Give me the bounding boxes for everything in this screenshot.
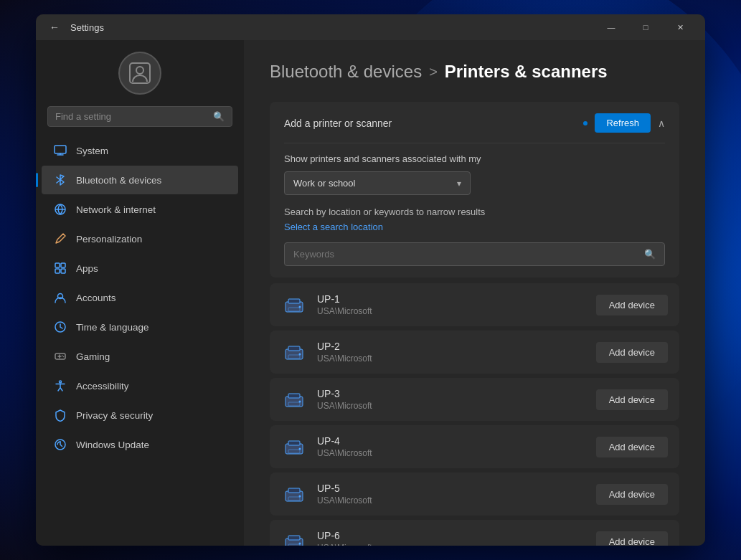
nav-icon-accessibility bbox=[53, 379, 67, 393]
printer-name: UP-3 bbox=[317, 388, 596, 399]
nav-icon-time bbox=[53, 320, 67, 334]
close-button[interactable]: ✕ bbox=[664, 14, 697, 40]
nav-label-privacy: Privacy & security bbox=[76, 410, 153, 421]
add-printer-title: Add a printer or scanner bbox=[284, 118, 392, 129]
refresh-button[interactable]: Refresh bbox=[595, 113, 651, 133]
sidebar-item-bluetooth[interactable]: Bluetooth & devices bbox=[42, 166, 238, 194]
nav-icon-personalization bbox=[53, 232, 67, 246]
nav-label-system: System bbox=[76, 146, 108, 156]
nav-label-apps: Apps bbox=[76, 263, 98, 274]
printer-item: UP-4 USA\Microsoft Add device bbox=[270, 425, 679, 468]
printer-item: UP-1 USA\Microsoft Add device bbox=[270, 283, 679, 326]
sidebar-item-apps[interactable]: Apps bbox=[42, 254, 238, 283]
printer-info: UP-3 USA\Microsoft bbox=[317, 388, 596, 411]
add-device-button[interactable]: Add device bbox=[596, 389, 668, 410]
printer-item: UP-6 USA\Microsoft Add device bbox=[270, 520, 679, 546]
content-area: 🔍 System Bluetooth & devices Network & i… bbox=[36, 40, 705, 546]
sidebar-item-windows-update[interactable]: Windows Update bbox=[42, 430, 238, 459]
add-device-button[interactable]: Add device bbox=[596, 295, 668, 315]
svg-rect-32 bbox=[288, 488, 300, 493]
select-search-location-link[interactable]: Select a search location bbox=[284, 222, 665, 232]
sidebar-item-accessibility[interactable]: Accessibility bbox=[42, 371, 238, 400]
nav-icon-gaming bbox=[53, 349, 67, 364]
nav-label-gaming: Gaming bbox=[76, 351, 110, 362]
printer-icon bbox=[281, 528, 307, 546]
sidebar: 🔍 System Bluetooth & devices Network & i… bbox=[36, 40, 244, 546]
keyword-box[interactable]: 🔍 bbox=[284, 242, 665, 266]
keyword-input[interactable] bbox=[293, 249, 644, 260]
add-device-button[interactable]: Add device bbox=[596, 342, 668, 363]
sidebar-item-system[interactable]: System bbox=[42, 136, 238, 165]
minimize-button[interactable]: — bbox=[595, 14, 628, 40]
printer-name: UP-2 bbox=[317, 341, 596, 352]
work-school-dropdown[interactable]: Work or school ▾ bbox=[284, 171, 471, 195]
svg-rect-2 bbox=[55, 146, 66, 153]
svg-rect-37 bbox=[288, 544, 300, 546]
nav-icon-accounts bbox=[53, 290, 67, 305]
sidebar-item-time[interactable]: Time & language bbox=[42, 313, 238, 341]
titlebar: ← Settings — □ ✕ bbox=[36, 14, 705, 40]
back-button[interactable]: ← bbox=[44, 17, 65, 37]
nav-icon-system bbox=[53, 143, 67, 158]
nav-icon-windows-update bbox=[53, 437, 67, 452]
nav-icon-privacy bbox=[53, 408, 67, 422]
printer-icon bbox=[281, 481, 307, 507]
breadcrumb-parent[interactable]: Bluetooth & devices bbox=[270, 62, 422, 82]
svg-point-34 bbox=[299, 495, 301, 498]
nav-icon-network bbox=[53, 202, 67, 217]
breadcrumb: Bluetooth & devices > Printers & scanner… bbox=[270, 62, 679, 82]
add-device-button[interactable]: Add device bbox=[596, 437, 668, 457]
printer-name: UP-6 bbox=[317, 530, 596, 541]
printer-sub: USA\Microsoft bbox=[317, 543, 596, 546]
printer-info: UP-4 USA\Microsoft bbox=[317, 435, 596, 458]
svg-rect-28 bbox=[288, 441, 300, 445]
printer-sub: USA\Microsoft bbox=[317, 306, 596, 316]
card-header-right: Refresh ∧ bbox=[583, 113, 665, 133]
nav-label-accessibility: Accessibility bbox=[76, 381, 129, 391]
printer-item: UP-3 USA\Microsoft Add device bbox=[270, 378, 679, 421]
svg-rect-7 bbox=[61, 269, 65, 273]
sidebar-item-gaming[interactable]: Gaming bbox=[42, 342, 238, 371]
sidebar-item-accounts[interactable]: Accounts bbox=[42, 283, 238, 312]
nav-icon-bluetooth bbox=[53, 173, 67, 187]
svg-point-11 bbox=[62, 355, 63, 356]
sidebar-item-privacy[interactable]: Privacy & security bbox=[42, 401, 238, 430]
search-box[interactable]: 🔍 bbox=[47, 106, 232, 127]
add-device-button[interactable]: Add device bbox=[596, 531, 668, 546]
main-content: Bluetooth & devices > Printers & scanner… bbox=[244, 40, 705, 546]
printer-item: UP-2 USA\Microsoft Add device bbox=[270, 331, 679, 374]
printer-item: UP-5 USA\Microsoft Add device bbox=[270, 473, 679, 516]
svg-rect-16 bbox=[288, 299, 300, 303]
avatar[interactable] bbox=[118, 52, 161, 95]
printer-sub: USA\Microsoft bbox=[317, 401, 596, 411]
printer-info: UP-5 USA\Microsoft bbox=[317, 483, 596, 506]
printer-info: UP-6 USA\Microsoft bbox=[317, 530, 596, 546]
svg-rect-17 bbox=[288, 308, 300, 311]
maximize-button[interactable]: □ bbox=[629, 14, 662, 40]
svg-point-13 bbox=[60, 381, 62, 383]
add-device-button[interactable]: Add device bbox=[596, 484, 668, 505]
svg-point-26 bbox=[299, 401, 301, 403]
search-input[interactable] bbox=[55, 111, 213, 122]
nav-items: System Bluetooth & devices Network & int… bbox=[36, 136, 244, 460]
add-printer-card: Add a printer or scanner Refresh ∧ Show … bbox=[270, 102, 679, 277]
printer-sub: USA\Microsoft bbox=[317, 448, 596, 458]
svg-point-1 bbox=[136, 67, 143, 74]
printer-name: UP-5 bbox=[317, 483, 596, 494]
svg-point-18 bbox=[299, 306, 301, 308]
sidebar-item-network[interactable]: Network & internet bbox=[42, 195, 238, 224]
svg-rect-20 bbox=[288, 346, 300, 351]
svg-rect-29 bbox=[288, 450, 300, 453]
card-header: Add a printer or scanner Refresh ∧ bbox=[284, 113, 665, 133]
svg-point-30 bbox=[299, 448, 301, 450]
search-desc: Search by location or keywords to narrow… bbox=[284, 207, 665, 217]
nav-label-bluetooth: Bluetooth & devices bbox=[76, 175, 161, 186]
nav-label-windows-update: Windows Update bbox=[76, 440, 149, 450]
breadcrumb-current: Printers & scanners bbox=[445, 62, 608, 82]
titlebar-controls: — □ ✕ bbox=[595, 14, 697, 40]
svg-rect-25 bbox=[288, 402, 300, 406]
svg-point-22 bbox=[299, 353, 301, 356]
sidebar-item-personalization[interactable]: Personalization bbox=[42, 224, 238, 253]
printer-sub: USA\Microsoft bbox=[317, 353, 596, 364]
search-icon: 🔍 bbox=[644, 249, 656, 260]
